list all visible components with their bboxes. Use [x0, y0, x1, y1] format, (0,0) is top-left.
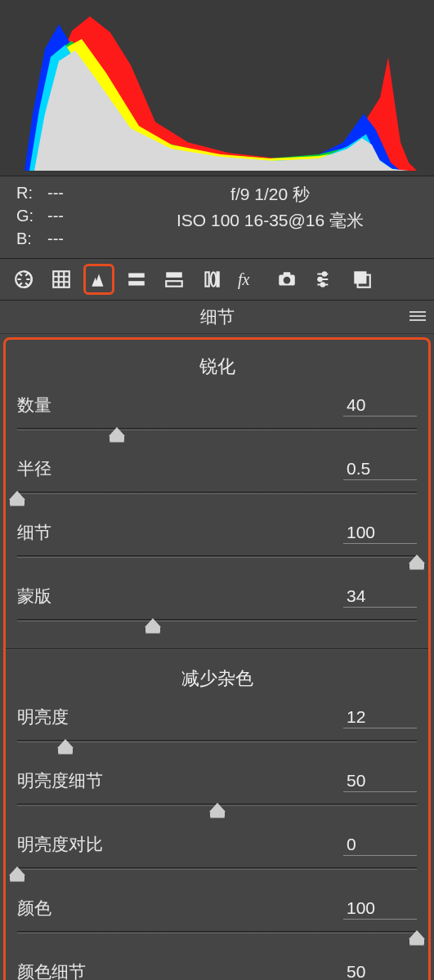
rgb-readout: R:--- G:--- B:--- [16, 181, 123, 250]
svg-rect-1 [53, 271, 69, 287]
slider-lumdetail-track[interactable] [17, 795, 417, 813]
exif-line1: f/9 1/20 秒 [123, 181, 418, 207]
tab-effects[interactable]: fx [234, 264, 265, 295]
slider-radius: 半径 0.5 [17, 457, 417, 501]
svg-rect-2 [128, 273, 145, 277]
slider-detail-value[interactable]: 100 [343, 523, 417, 544]
tab-basic[interactable] [8, 264, 39, 295]
histogram [0, 0, 434, 176]
slider-colordetail-label: 颜色细节 [17, 960, 86, 980]
svg-rect-19 [409, 315, 426, 317]
slider-lumcontrast-label: 明亮度对比 [17, 833, 103, 856]
exif-line2: ISO 100 16-35@16 毫米 [123, 207, 418, 234]
tab-calibration[interactable] [271, 264, 302, 295]
slider-color-label: 颜色 [17, 897, 51, 920]
slider-lumcontrast-value[interactable]: 0 [343, 835, 417, 856]
tab-presets[interactable] [309, 264, 340, 295]
svg-rect-11 [284, 272, 291, 275]
slider-mask-value[interactable]: 34 [343, 586, 417, 608]
panel-title-bar: 细节 [0, 301, 434, 334]
g-label: G: [16, 204, 47, 227]
tab-detail[interactable] [83, 264, 114, 295]
tab-hslgray[interactable] [121, 264, 152, 295]
b-value: --- [47, 227, 64, 250]
slider-lumdetail-label: 明亮度细节 [17, 769, 103, 792]
svg-rect-3 [128, 281, 145, 285]
tab-bar: fx [0, 259, 434, 301]
svg-text:fx: fx [238, 270, 250, 289]
slider-luminance-label: 明亮度 [17, 706, 69, 728]
svg-rect-18 [409, 311, 426, 313]
section-noise-title: 减少杂色 [17, 666, 417, 691]
slider-amount: 数量 40 [17, 394, 417, 438]
tab-snapshots[interactable] [347, 264, 378, 295]
slider-lumcontrast-track[interactable] [17, 859, 417, 877]
r-label: R: [16, 181, 47, 204]
slider-detail-track[interactable] [17, 547, 417, 565]
panel-title: 细节 [200, 305, 235, 328]
g-value: --- [47, 204, 64, 227]
slider-luminance-track[interactable] [17, 732, 417, 750]
slider-color-track[interactable] [17, 923, 417, 941]
slider-detail-label: 细节 [17, 521, 51, 544]
slider-mask-track[interactable] [17, 611, 417, 629]
slider-radius-value[interactable]: 0.5 [343, 459, 417, 480]
slider-amount-value[interactable]: 40 [343, 395, 417, 416]
slider-detail: 细节 100 [17, 521, 417, 565]
slider-colordetail: 颜色细节 50 [17, 960, 417, 980]
slider-amount-track[interactable] [17, 420, 417, 438]
svg-rect-6 [205, 272, 208, 286]
svg-rect-20 [409, 319, 426, 321]
svg-point-14 [318, 278, 321, 281]
slider-radius-track[interactable] [17, 483, 417, 501]
tab-tonecurve[interactable] [46, 264, 77, 295]
histogram-svg [0, 0, 434, 176]
tab-splittone[interactable] [159, 264, 190, 295]
tab-lenscorr[interactable] [196, 264, 227, 295]
slider-lumdetail: 明亮度细节 50 [17, 769, 417, 813]
slider-lumdetail-value[interactable]: 50 [343, 771, 417, 792]
svg-point-13 [323, 272, 326, 275]
slider-lumcontrast: 明亮度对比 0 [17, 833, 417, 877]
svg-point-15 [321, 283, 324, 286]
svg-rect-8 [217, 272, 219, 286]
svg-rect-5 [166, 281, 182, 287]
slider-luminance: 明亮度 12 [17, 706, 417, 750]
svg-point-7 [211, 272, 217, 286]
slider-colordetail-value[interactable]: 50 [343, 962, 417, 980]
svg-rect-16 [354, 271, 366, 283]
detail-panel: 锐化 数量 40 半径 0.5 细节 100 蒙版 34 减少杂色 明亮度 [3, 337, 431, 980]
section-divider [6, 648, 428, 650]
panel-menu-icon[interactable] [409, 307, 426, 327]
slider-luminance-value[interactable]: 12 [343, 707, 417, 728]
exif-readout: f/9 1/20 秒 ISO 100 16-35@16 毫米 [123, 181, 418, 250]
r-value: --- [47, 181, 64, 204]
b-label: B: [16, 227, 47, 250]
info-bar: R:--- G:--- B:--- f/9 1/20 秒 ISO 100 16-… [0, 176, 434, 259]
slider-radius-label: 半径 [17, 457, 51, 480]
svg-rect-4 [166, 272, 182, 278]
slider-mask-label: 蒙版 [17, 585, 51, 608]
slider-amount-label: 数量 [17, 394, 51, 416]
section-sharpen-title: 锐化 [17, 354, 417, 379]
svg-point-12 [284, 277, 291, 284]
slider-color: 颜色 100 [17, 897, 417, 941]
slider-mask: 蒙版 34 [17, 585, 417, 629]
slider-color-value[interactable]: 100 [343, 898, 417, 920]
